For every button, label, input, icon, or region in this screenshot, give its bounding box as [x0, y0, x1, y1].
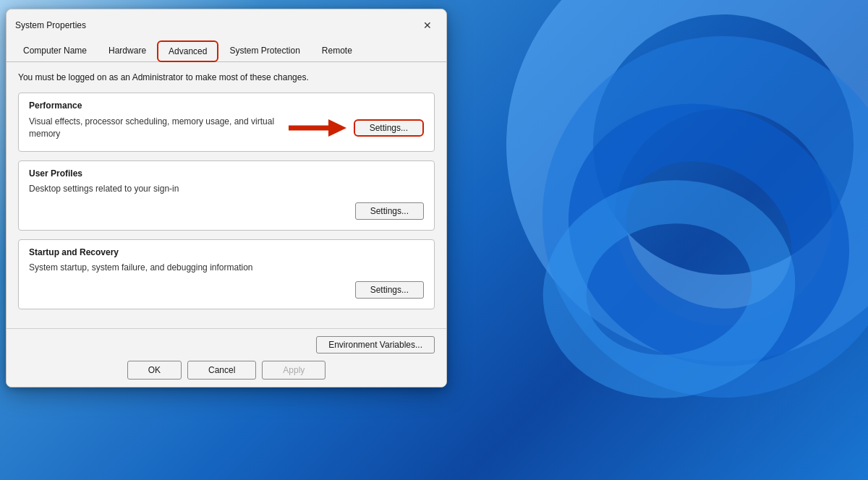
tab-bar: Computer Name Hardware Advanced System P…: [7, 35, 446, 62]
title-bar: System Properties ✕: [7, 9, 446, 35]
user-profiles-btn-row: Settings...: [29, 202, 424, 220]
performance-section: Performance Visual effects, processor sc…: [18, 93, 435, 152]
system-properties-dialog: System Properties ✕ Computer Name Hardwa…: [6, 9, 447, 387]
tab-system-protection[interactable]: System Protection: [218, 40, 310, 62]
apply-button[interactable]: Apply: [262, 361, 326, 380]
environment-variables-button[interactable]: Environment Variables...: [316, 336, 435, 353]
tab-content: You must be logged on as an Administrato…: [7, 62, 446, 328]
startup-recovery-settings-button[interactable]: Settings...: [355, 281, 424, 299]
performance-desc: Visual effects, processor scheduling, me…: [29, 116, 281, 140]
cancel-button[interactable]: Cancel: [187, 361, 256, 380]
close-button[interactable]: ✕: [417, 15, 438, 35]
performance-label: Performance: [29, 100, 424, 111]
performance-content-row: Visual effects, processor scheduling, me…: [29, 115, 424, 141]
performance-settings-button[interactable]: Settings...: [354, 119, 424, 137]
dialog-buttons: OK Cancel Apply: [18, 361, 435, 380]
startup-recovery-section: Startup and Recovery System startup, sys…: [18, 239, 435, 309]
ok-button[interactable]: OK: [127, 361, 182, 380]
tab-remote[interactable]: Remote: [311, 40, 363, 62]
bottom-area: Environment Variables... OK Cancel Apply: [7, 328, 446, 387]
env-vars-row: Environment Variables...: [18, 336, 435, 353]
svg-marker-1: [328, 119, 346, 137]
tab-hardware[interactable]: Hardware: [98, 40, 157, 62]
user-profiles-settings-button[interactable]: Settings...: [355, 202, 424, 220]
user-profiles-desc: Desktop settings related to your sign-in: [29, 183, 424, 195]
tab-computer-name[interactable]: Computer Name: [12, 40, 98, 62]
user-profiles-section: User Profiles Desktop settings related t…: [18, 160, 435, 231]
red-arrow-icon: [289, 115, 346, 141]
window-title: System Properties: [15, 20, 86, 30]
startup-recovery-label: Startup and Recovery: [29, 247, 424, 257]
startup-recovery-btn-row: Settings...: [29, 281, 424, 299]
startup-recovery-desc: System startup, system failure, and debu…: [29, 262, 424, 274]
admin-note: You must be logged on as an Administrato…: [18, 72, 435, 82]
user-profiles-label: User Profiles: [29, 168, 424, 179]
tab-advanced[interactable]: Advanced: [157, 40, 218, 62]
